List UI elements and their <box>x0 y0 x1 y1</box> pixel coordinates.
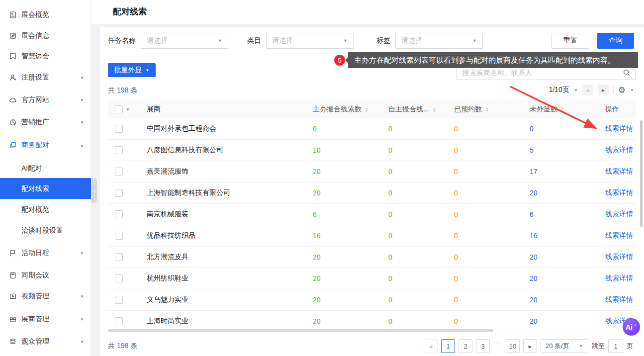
column-header[interactable]: 主办撮合线索数▲▼ <box>301 105 376 114</box>
chevron-down-icon: ▼ <box>80 294 84 299</box>
sidebar-item-exhibitor-management[interactable]: 展商管理▼ <box>0 309 91 330</box>
exhibitor-name: 上海时尚实业 <box>136 317 301 326</box>
lead-detail-link[interactable]: 线索详情 <box>605 146 633 155</box>
lead-detail-link[interactable]: 线索详情 <box>605 167 633 176</box>
prev-page-button[interactable]: ◂ <box>424 339 438 353</box>
horizontal-scrollbar[interactable] <box>108 329 493 332</box>
jump-label: 跳至 <box>592 342 605 351</box>
row-checkbox[interactable] <box>115 232 123 240</box>
select-all-checkbox[interactable] <box>115 105 123 113</box>
hidden-count: 20 <box>518 274 593 282</box>
category-select[interactable]: 请选择 ▼ <box>266 33 354 49</box>
table-row: 北方潮流皮具200020线索详情 <box>108 247 636 268</box>
sort-icon[interactable]: ▲▼ <box>485 107 489 112</box>
sort-icon[interactable]: ▲▼ <box>365 107 368 112</box>
host-leads-count: 20 <box>301 253 376 261</box>
self-leads-count: 0 <box>376 296 442 304</box>
batch-display-button[interactable]: 批量外显 ▼ <box>108 63 156 77</box>
sort-icon[interactable]: ▲▼ <box>433 107 436 112</box>
host-leads-count: 20 <box>301 189 376 197</box>
cloud-icon <box>9 96 17 104</box>
sidebar-item-registration-settings[interactable]: 注册设置▼ <box>0 67 91 88</box>
row-checkbox[interactable] <box>115 210 123 218</box>
table-header: ▼展商主办撮合线索数▲▼自主撮合线...▲▼已预约数▲▼未外显数▲▼操作 <box>108 100 636 118</box>
sidebar-item-ai-matching[interactable]: AI配对 <box>0 158 91 178</box>
sidebar-collapse-handle[interactable]: ‹ <box>92 178 97 203</box>
table-row: 八彦图信息科技有限公司10005线索详情 <box>108 140 636 161</box>
lead-detail-link[interactable]: 线索详情 <box>605 253 633 262</box>
lead-detail-link[interactable]: 线索详情 <box>605 188 633 197</box>
host-leads-count: 20 <box>301 274 376 282</box>
sidebar-item-business-matching[interactable]: 商务配对▲ <box>0 135 91 156</box>
exhibitor-name: 杭州纺织鞋业 <box>136 274 301 283</box>
row-checkbox[interactable] <box>115 274 123 282</box>
sidebar-item-matching-leads[interactable]: 配对线索 <box>0 178 91 199</box>
vertical-scrollbar[interactable] <box>640 120 643 227</box>
sidebar-item-event-schedule[interactable]: 活动日程▼ <box>0 243 91 264</box>
page-button-10[interactable]: 10 <box>506 339 520 353</box>
chevron-down-icon: ▼ <box>80 340 84 344</box>
row-checkbox[interactable] <box>115 146 123 154</box>
sidebar-item-expo-overview[interactable]: 展会概览 <box>0 4 91 25</box>
next-page-button[interactable]: ▸ <box>598 85 609 95</box>
sidebar-item-marketing[interactable]: 营销推广▼ <box>0 112 91 133</box>
lead-detail-link[interactable]: 线索详情 <box>605 231 633 240</box>
self-leads-count: 0 <box>376 232 442 240</box>
column-header[interactable]: 自主撮合线...▲▼ <box>376 105 442 114</box>
page-button-1[interactable]: 1 <box>441 339 455 353</box>
search-icon[interactable] <box>623 69 631 77</box>
next-page-button[interactable]: ▸ <box>523 339 537 353</box>
sidebar-item-video-management[interactable]: 视频管理▼ <box>0 286 91 307</box>
host-leads-count: 20 <box>301 168 376 176</box>
ai-assistant-button[interactable]: Ai＋ <box>623 318 640 336</box>
lead-detail-link[interactable]: 线索详情 <box>605 295 633 304</box>
row-checkbox[interactable] <box>115 125 123 133</box>
page-size-select[interactable]: 20 条/页 ▼ <box>541 339 588 353</box>
app-window: 展会概览展会信息智慧边会注册设置▼官方网站▼营销推广▼商务配对▲AI配对配对线索… <box>0 0 644 356</box>
sidebar-item-smart-side-sessions[interactable]: 智慧边会 <box>0 46 91 67</box>
query-button[interactable]: 查询 <box>597 33 634 49</box>
task-name-select[interactable]: 请选择 ▼ <box>141 33 228 49</box>
leads-table: ▼展商主办撮合线索数▲▼自主撮合线...▲▼已预约数▲▼未外显数▲▼操作 中国对… <box>108 100 636 332</box>
main-area: 配对线索 任务名称 请选择 ▼ 类目 请选择 ▼ 标签 请选 <box>91 0 644 356</box>
chevron-down-icon[interactable]: ▼ <box>126 107 130 112</box>
pagination: ◂ 123···10 ▸ 20 条/页 ▼ 跳至 1 页 <box>424 339 633 353</box>
copy-icon <box>9 141 17 150</box>
sidebar-item-concurrent-meetings[interactable]: 同期会议 <box>0 265 91 286</box>
lead-detail-link[interactable]: 线索详情 <box>605 124 633 133</box>
reset-button[interactable]: 重置 <box>552 33 589 49</box>
row-checkbox[interactable] <box>115 253 123 261</box>
tag-select[interactable]: 请选择 ▼ <box>395 33 483 49</box>
sidebar-item-label: 观众管理 <box>21 337 49 346</box>
column-header[interactable]: 未外显数▲▼ <box>518 105 593 114</box>
table-row: 杭州纺织鞋业200020线索详情 <box>108 268 636 289</box>
host-leads-count: 6 <box>301 210 376 218</box>
page-indicator[interactable]: 1/10页 <box>549 86 569 94</box>
sidebar-item-audience-management[interactable]: 观众管理▼ <box>0 331 91 352</box>
exhibitor-name: 北方潮流皮具 <box>136 253 301 262</box>
sidebar-item-matching-overview[interactable]: 配对概览 <box>0 199 91 220</box>
page-button-3[interactable]: 3 <box>476 339 490 353</box>
prev-page-button[interactable]: ◂ <box>582 85 593 95</box>
row-checkbox[interactable] <box>115 296 123 304</box>
sidebar-item-expo-info[interactable]: 展会信息 <box>0 25 91 46</box>
row-checkbox[interactable] <box>115 168 123 176</box>
gear-icon[interactable]: ⚙ <box>618 86 626 94</box>
self-leads-count: 0 <box>376 210 442 218</box>
column-header[interactable]: 已预约数▲▼ <box>442 105 518 114</box>
lead-detail-link[interactable]: 线索详情 <box>605 274 633 283</box>
search-input[interactable] <box>461 68 623 77</box>
sort-icon[interactable]: ▲▼ <box>561 107 564 112</box>
jump-page-input[interactable]: 1 <box>608 339 623 353</box>
row-checkbox[interactable] <box>115 189 123 197</box>
hidden-count: 16 <box>518 232 593 240</box>
column-header: 展商 <box>136 105 301 114</box>
lead-detail-link[interactable]: 线索详情 <box>605 210 633 219</box>
table-row: 嘉美潮流服饰200017线索详情 <box>108 161 636 182</box>
sidebar-item-official-website[interactable]: 官方网站▼ <box>0 89 91 110</box>
page-button-2[interactable]: 2 <box>459 339 472 353</box>
reserved-count: 0 <box>442 189 518 197</box>
row-checkbox[interactable] <box>115 317 123 325</box>
sidebar-item-negotiation-slots[interactable]: 洽谈时段设置 <box>0 220 91 241</box>
chevron-down-icon[interactable]: ▼ <box>630 88 634 92</box>
